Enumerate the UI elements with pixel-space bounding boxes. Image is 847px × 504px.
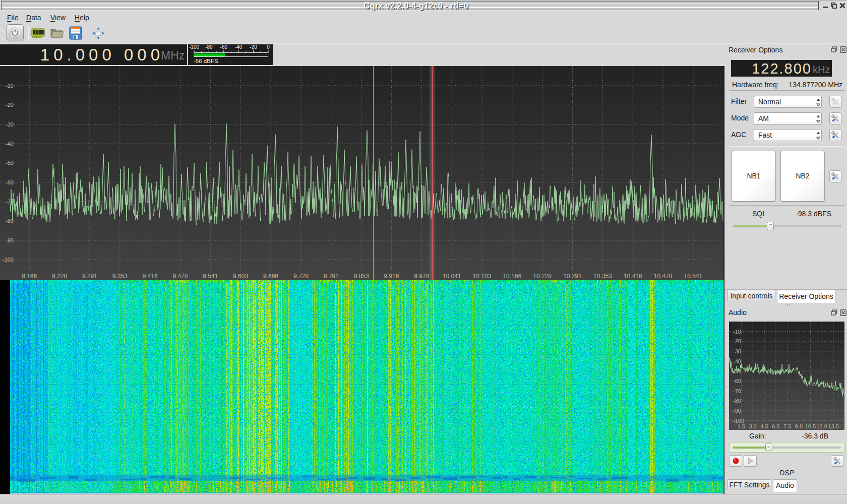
svg-text:-80: -80 [205, 44, 213, 50]
svg-text:9.541: 9.541 [203, 273, 218, 280]
svg-text:-70: -70 [733, 388, 741, 394]
svg-text:-100: -100 [3, 257, 14, 263]
svg-text:9.353: 9.353 [112, 273, 128, 280]
svg-text:-30: -30 [733, 348, 741, 354]
svg-text:6.0: 6.0 [772, 423, 779, 429]
svg-text:10.166: 10.166 [503, 273, 521, 280]
svg-text:-90: -90 [733, 408, 741, 414]
svg-text:-10: -10 [6, 83, 14, 89]
svg-text:-56 dBFS: -56 dBFS [194, 58, 218, 64]
svg-text:10.5: 10.5 [805, 423, 816, 429]
svg-text:10.103: 10.103 [473, 273, 492, 280]
svg-text:-60: -60 [733, 378, 741, 384]
svg-text:9.978: 9.978 [414, 273, 429, 280]
svg-text:-100: -100 [189, 44, 199, 50]
svg-text:10.291: 10.291 [563, 273, 582, 280]
svg-text:0: 0 [267, 44, 270, 50]
svg-text:9.666: 9.666 [263, 273, 278, 280]
svg-text:-60: -60 [220, 44, 228, 50]
svg-text:-40: -40 [235, 44, 243, 50]
svg-text:-90: -90 [6, 237, 14, 243]
svg-text:3.0: 3.0 [749, 423, 756, 429]
svg-text:-30: -30 [6, 121, 14, 128]
svg-text:-60: -60 [6, 179, 14, 185]
svg-text:10.041: 10.041 [443, 273, 461, 280]
svg-text:-20: -20 [6, 102, 14, 108]
svg-text:9.291: 9.291 [82, 273, 97, 280]
svg-text:-20: -20 [250, 44, 257, 50]
svg-text:-10: -10 [733, 329, 741, 335]
svg-text:1.5: 1.5 [738, 423, 745, 429]
svg-text:9.228: 9.228 [52, 273, 67, 280]
svg-text:-40: -40 [733, 358, 741, 364]
svg-text:-50: -50 [6, 160, 14, 166]
svg-text:10.228: 10.228 [533, 273, 552, 280]
svg-text:13.5: 13.5 [828, 423, 838, 429]
svg-text:-40: -40 [6, 141, 14, 147]
svg-text:-20: -20 [733, 338, 741, 344]
svg-text:9.791: 9.791 [324, 273, 339, 280]
svg-text:9.416: 9.416 [143, 273, 158, 280]
svg-text:9.166: 9.166 [22, 273, 37, 280]
svg-text:4.5: 4.5 [760, 423, 768, 429]
svg-text:-100: -100 [733, 418, 744, 424]
svg-text:10.478: 10.478 [654, 273, 673, 280]
svg-text:9.853: 9.853 [354, 273, 369, 280]
svg-text:9.916: 9.916 [384, 273, 399, 280]
svg-text:9.478: 9.478 [172, 273, 188, 280]
svg-text:9.728: 9.728 [293, 273, 309, 280]
svg-text:-80: -80 [733, 398, 741, 404]
svg-text:9.603: 9.603 [233, 273, 248, 280]
svg-text:12.0: 12.0 [816, 423, 827, 429]
svg-text:9.0: 9.0 [795, 423, 803, 429]
svg-text:7.5: 7.5 [783, 423, 791, 429]
svg-text:10.353: 10.353 [593, 273, 612, 280]
svg-text:10.541: 10.541 [684, 273, 703, 280]
svg-text:10.416: 10.416 [624, 273, 642, 280]
